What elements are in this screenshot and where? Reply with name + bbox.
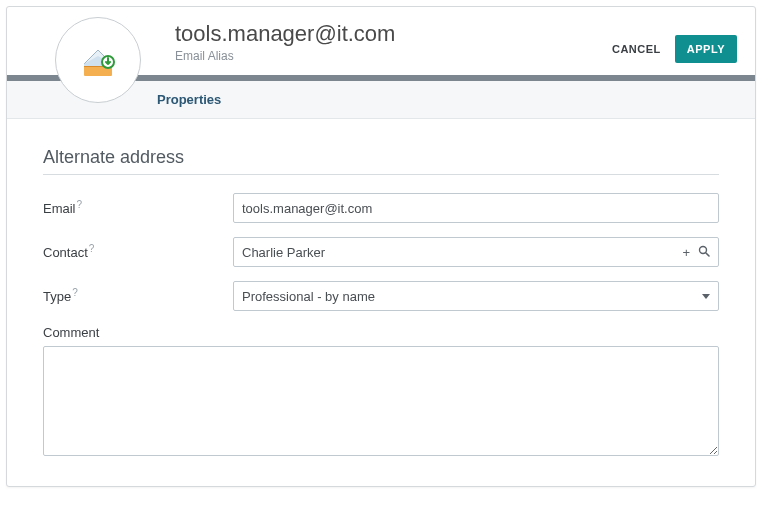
dialog-header: tools.manager@it.com Email Alias CANCEL … (7, 7, 755, 67)
contact-lookup[interactable]: Charlie Parker + (233, 237, 719, 267)
help-icon[interactable]: ? (89, 243, 95, 254)
search-icon[interactable] (698, 245, 710, 260)
label-type-text: Type (43, 289, 71, 304)
label-type: Type? (43, 281, 233, 304)
dialog-card: tools.manager@it.com Email Alias CANCEL … (6, 6, 756, 487)
email-input[interactable] (233, 193, 719, 223)
page-title: tools.manager@it.com (175, 21, 608, 47)
apply-button[interactable]: APPLY (675, 35, 737, 63)
label-email: Email? (43, 193, 233, 216)
contact-value: Charlie Parker (242, 245, 325, 260)
row-type: Type? Professional - by name (43, 281, 719, 311)
row-contact: Contact? Charlie Parker + (43, 237, 719, 267)
comment-textarea[interactable] (43, 346, 719, 456)
type-select[interactable]: Professional - by name (233, 281, 719, 311)
add-icon[interactable]: + (682, 245, 690, 260)
help-icon[interactable]: ? (77, 199, 83, 210)
label-contact: Contact? (43, 237, 233, 260)
label-comment: Comment (43, 325, 719, 340)
row-comment: Comment (43, 325, 719, 460)
cancel-button[interactable]: CANCEL (608, 37, 665, 61)
help-icon[interactable]: ? (72, 287, 78, 298)
svg-line-6 (706, 253, 709, 256)
label-email-text: Email (43, 201, 76, 216)
section-title: Alternate address (43, 147, 719, 175)
type-value: Professional - by name (242, 289, 375, 304)
email-alias-icon (55, 17, 141, 103)
chevron-down-icon (702, 294, 710, 299)
label-contact-text: Contact (43, 245, 88, 260)
tab-properties[interactable]: Properties (157, 92, 221, 107)
page-subtitle: Email Alias (175, 49, 608, 63)
row-email: Email? (43, 193, 719, 223)
form-body: Alternate address Email? Contact? Charli… (7, 119, 755, 486)
